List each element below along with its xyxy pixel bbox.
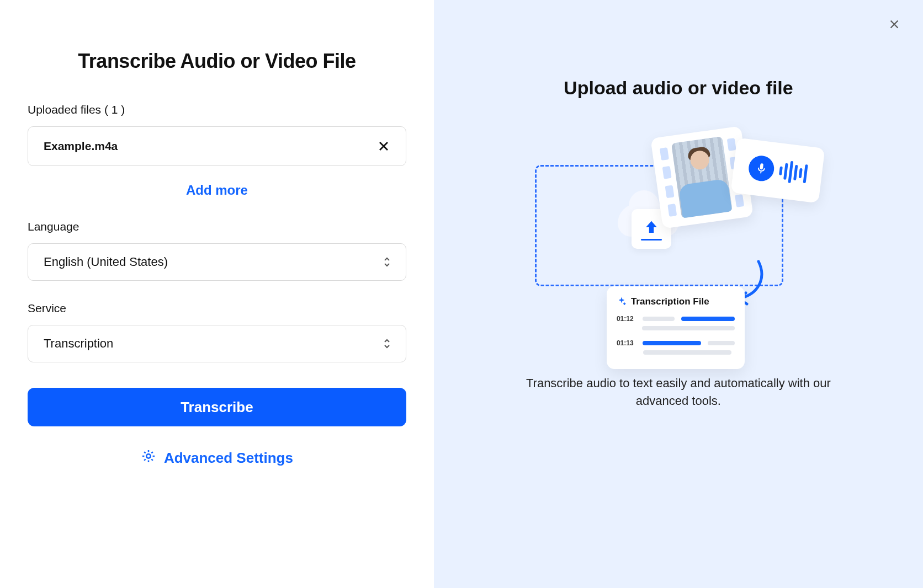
uploaded-file-row: Example.m4a [28,126,406,166]
remove-file-button[interactable] [377,140,390,153]
service-value: Transcription [44,336,113,351]
uploaded-files-text: Uploaded files [28,103,101,116]
transcribe-button[interactable]: Transcribe [28,388,406,426]
service-label: Service [28,302,406,315]
mic-icon [747,154,775,183]
svg-point-0 [146,454,150,458]
chevron-updown-icon [384,257,390,267]
uploaded-files-count: ( 1 ) [104,103,125,116]
info-panel: Upload audio or video file [434,0,923,588]
info-title: Upload audio or video file [564,77,793,99]
timestamp-2: 01:13 [617,339,636,347]
audio-card-graphic [730,138,825,204]
add-more-link[interactable]: Add more [28,183,406,198]
illustration: Transcription File 01:12 01:13 [535,121,822,352]
info-description: Transcribe audio to text easily and auto… [507,375,850,410]
advanced-settings-link[interactable]: Advanced Settings [28,448,406,468]
sparkle-icon [617,297,627,307]
uploaded-files-label: Uploaded files ( 1 ) [28,103,406,116]
language-select[interactable]: English (United States) [28,243,406,281]
chevron-updown-icon [384,339,390,349]
gear-icon [141,448,156,468]
timestamp-1: 01:12 [617,315,636,323]
language-label: Language [28,220,406,233]
transcription-card-title: Transcription File [631,296,709,307]
form-panel: Transcribe Audio or Video File Uploaded … [0,0,434,588]
transcription-card-graphic: Transcription File 01:12 01:13 [607,286,745,369]
page-title: Transcribe Audio or Video File [28,50,406,73]
file-name: Example.m4a [44,140,118,153]
language-value: English (United States) [44,255,168,269]
service-select[interactable]: Transcription [28,325,406,362]
advanced-settings-label: Advanced Settings [164,450,293,467]
close-button[interactable] [885,15,903,33]
